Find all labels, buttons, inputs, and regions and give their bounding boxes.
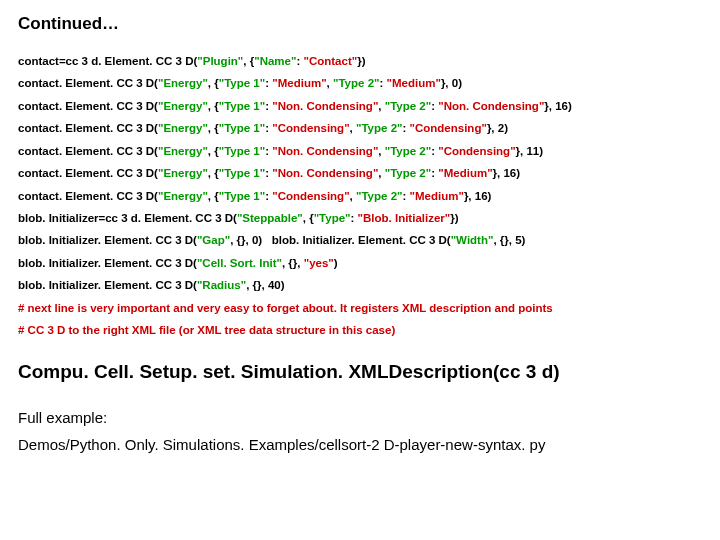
example-path: Demos/Python. Only. Simulations. Example… bbox=[18, 436, 702, 453]
code-block: contact=cc 3 d. Element. CC 3 D("Plugin"… bbox=[18, 50, 702, 341]
example-label: Full example: bbox=[18, 409, 702, 426]
code-line: blob. Initializer. Element. CC 3 D("Radi… bbox=[18, 274, 702, 296]
code-line: contact. Element. CC 3 D("Energy", {"Typ… bbox=[18, 140, 702, 162]
code-line: contact. Element. CC 3 D("Energy", {"Typ… bbox=[18, 162, 702, 184]
code-line: blob. Initializer. Element. CC 3 D("Cell… bbox=[18, 252, 702, 274]
code-line: contact. Element. CC 3 D("Energy", {"Typ… bbox=[18, 185, 702, 207]
code-line: contact. Element. CC 3 D("Energy", {"Typ… bbox=[18, 117, 702, 139]
code-line: contact=cc 3 d. Element. CC 3 D("Plugin"… bbox=[18, 50, 702, 72]
code-line: blob. Initializer. Element. CC 3 D("Gap"… bbox=[18, 229, 702, 251]
slide-title: Continued… bbox=[18, 14, 702, 34]
code-line: contact. Element. CC 3 D("Energy", {"Typ… bbox=[18, 72, 702, 94]
code-line: # CC 3 D to the right XML file (or XML t… bbox=[18, 319, 702, 341]
api-call-line: Compu. Cell. Setup. set. Simulation. XML… bbox=[18, 361, 702, 383]
code-line: # next line is very important and very e… bbox=[18, 297, 702, 319]
code-line: contact. Element. CC 3 D("Energy", {"Typ… bbox=[18, 95, 702, 117]
code-line: blob. Initializer=cc 3 d. Element. CC 3 … bbox=[18, 207, 702, 229]
